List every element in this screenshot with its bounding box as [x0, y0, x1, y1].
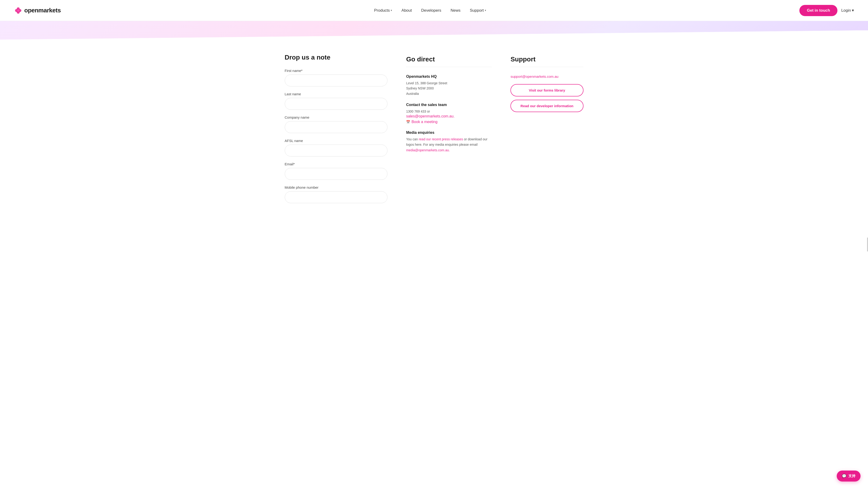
- last-name-label: Last name: [285, 92, 388, 96]
- media-heading: Media enquiries: [406, 131, 492, 135]
- last-name-group: Last name: [285, 92, 388, 110]
- login-button[interactable]: Login ▾: [841, 8, 854, 13]
- nav-links: Products ▾ About Developers News Support…: [374, 8, 486, 13]
- hq-heading: Openmarkets HQ: [406, 75, 492, 79]
- go-direct-section: Go direct Openmarkets HQ Level 15, 388 G…: [406, 54, 492, 209]
- chevron-down-icon: ▾: [852, 8, 854, 13]
- svg-point-4: [17, 9, 19, 11]
- company-name-label: Company name: [285, 115, 388, 119]
- logo-text: openmarkets: [24, 7, 61, 14]
- book-meeting-block: 📅 Book a meeting: [406, 120, 492, 124]
- forms-library-button[interactable]: Visit our forms library: [510, 84, 583, 96]
- hq-address: Level 15, 388 George Street Sydney NSW 2…: [406, 81, 492, 96]
- company-name-input[interactable]: [285, 121, 388, 133]
- developer-info-button[interactable]: Read our developer information: [510, 100, 583, 112]
- nav-item-developers[interactable]: Developers: [421, 8, 441, 13]
- email-label: Email*: [285, 162, 388, 166]
- afsl-name-label: AFSL name: [285, 139, 388, 143]
- sales-block: Contact the sales team 1300 769 433 or s…: [406, 103, 492, 124]
- first-name-input[interactable]: [285, 75, 388, 86]
- nav-item-news[interactable]: News: [451, 8, 461, 13]
- main-content: Drop us a note First name* Last name Com…: [271, 40, 597, 227]
- get-in-touch-button[interactable]: Get in touch: [799, 5, 837, 16]
- sales-heading: Contact the sales team: [406, 103, 492, 107]
- logo[interactable]: openmarkets: [14, 6, 61, 15]
- email-input[interactable]: [285, 168, 388, 180]
- chevron-down-icon: ▾: [391, 9, 392, 12]
- nav-actions: Get in touch Login ▾: [799, 5, 854, 16]
- media-text: You can read our recent press releases o…: [406, 137, 492, 153]
- form-section: Drop us a note First name* Last name Com…: [285, 54, 388, 209]
- phone-label: Mobile phone number: [285, 185, 388, 190]
- first-name-group: First name*: [285, 69, 388, 86]
- press-releases-link[interactable]: read our recent press releases: [419, 137, 463, 141]
- hero-strip: [0, 21, 868, 40]
- go-direct-title: Go direct: [406, 56, 492, 67]
- email-group: Email*: [285, 162, 388, 180]
- navigation: openmarkets Products ▾ About Developers …: [0, 0, 868, 21]
- nav-item-about[interactable]: About: [401, 8, 412, 13]
- support-section: Support support@openmarkets.com.au Visit…: [510, 54, 583, 209]
- sales-email-link[interactable]: sales@openmarkets.com.au.: [406, 114, 455, 118]
- support-email-link[interactable]: support@openmarkets.com.au: [510, 75, 583, 79]
- afsl-name-input[interactable]: [285, 145, 388, 156]
- first-name-label: First name*: [285, 69, 388, 73]
- sales-phone: 1300 769 433 or: [406, 109, 492, 114]
- media-block: Media enquiries You can read our recent …: [406, 131, 492, 153]
- nav-item-support[interactable]: Support ▾: [470, 8, 486, 13]
- logo-icon: [14, 6, 22, 15]
- nav-item-products[interactable]: Products ▾: [374, 8, 392, 13]
- phone-input[interactable]: [285, 191, 388, 203]
- form-title: Drop us a note: [285, 54, 388, 61]
- chevron-down-icon: ▾: [485, 9, 486, 12]
- calendar-icon: 📅: [406, 120, 410, 124]
- media-email-link[interactable]: media@openmarkets.com.au.: [406, 148, 450, 152]
- afsl-name-group: AFSL name: [285, 139, 388, 156]
- book-meeting-link[interactable]: Book a meeting: [411, 120, 437, 124]
- support-title: Support: [510, 56, 583, 67]
- phone-group: Mobile phone number: [285, 185, 388, 203]
- hq-block: Openmarkets HQ Level 15, 388 George Stre…: [406, 75, 492, 96]
- last-name-input[interactable]: [285, 98, 388, 110]
- company-name-group: Company name: [285, 115, 388, 133]
